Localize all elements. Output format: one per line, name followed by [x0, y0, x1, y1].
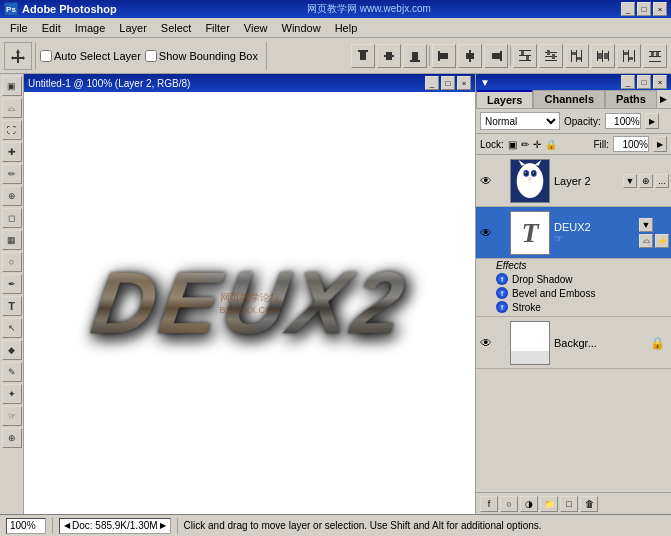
align-top-button[interactable] — [351, 44, 375, 68]
effect-drop-shadow-label: Drop Shadow — [512, 274, 573, 285]
opacity-input[interactable] — [605, 113, 641, 129]
tab-paths[interactable]: Paths — [605, 90, 657, 108]
textlayer-name: DEUX2 — [554, 221, 591, 233]
effect-bevel-emboss[interactable]: f Bevel and Emboss — [496, 286, 667, 300]
distribute-top-button[interactable] — [513, 44, 537, 68]
tool-gradient[interactable]: ▦ — [2, 230, 22, 250]
tool-heal[interactable]: ✚ — [2, 142, 22, 162]
align-vcenter-button[interactable] — [377, 44, 401, 68]
menu-file[interactable]: File — [4, 21, 34, 35]
textlayer-visibility-icon[interactable]: 👁 — [478, 225, 494, 241]
menu-view[interactable]: View — [238, 21, 274, 35]
layers-minimize-button[interactable]: _ — [621, 75, 635, 89]
tool-eraser[interactable]: ◻ — [2, 208, 22, 228]
layer2-more-button[interactable]: ⊕ — [639, 174, 653, 188]
distribute-right-button[interactable] — [617, 44, 641, 68]
align-bottom-icon — [408, 49, 422, 63]
menu-window[interactable]: Window — [276, 21, 327, 35]
distribute-vcenter-button[interactable] — [539, 44, 563, 68]
layer-mask-button[interactable]: ○ — [500, 496, 518, 512]
document-window: Untitled-1 @ 100% (Layer 2, RGB/8) _ □ ×… — [24, 74, 475, 514]
bglayer-visibility-icon[interactable]: 👁 — [478, 335, 494, 351]
lock-transparency-icon[interactable]: ▣ — [508, 139, 517, 150]
layer2-menu-button[interactable]: ▼ — [623, 174, 637, 188]
align-right-button[interactable] — [484, 44, 508, 68]
tool-crop[interactable]: ⛶ — [2, 120, 22, 140]
tool-select[interactable]: ▣ — [2, 76, 22, 96]
fill-arrow-button[interactable]: ▶ — [653, 136, 667, 152]
distribute-left-button[interactable] — [565, 44, 589, 68]
layers-panel-header: ▼ — [480, 77, 490, 88]
textlayer-warp-button[interactable]: ⌓ — [639, 234, 653, 248]
layer2-visibility-icon[interactable]: 👁 — [478, 173, 494, 189]
svg-rect-34 — [628, 50, 629, 62]
menu-help[interactable]: Help — [329, 21, 364, 35]
effect-stroke[interactable]: f Stroke — [496, 300, 667, 314]
align-bottom-button[interactable] — [403, 44, 427, 68]
lock-pixels-icon[interactable]: ✏ — [521, 139, 529, 150]
layer2-actions: ▼ ⊕ ... — [623, 174, 669, 188]
menu-select[interactable]: Select — [155, 21, 198, 35]
textlayer-cursor-area: DEUX2 — [554, 221, 637, 233]
layers-title-controls: _ □ × — [621, 75, 667, 89]
distribute-bottom-button[interactable] — [643, 44, 667, 68]
lock-all-icon[interactable]: 🔒 — [545, 139, 557, 150]
opacity-arrow-button[interactable]: ▶ — [645, 113, 659, 129]
distribute-hcenter-button[interactable] — [591, 44, 615, 68]
layer-delete-button[interactable]: 🗑 — [580, 496, 598, 512]
tool-notes[interactable]: ✎ — [2, 362, 22, 382]
doc-minimize-button[interactable]: _ — [425, 76, 439, 90]
layers-close-button[interactable]: × — [653, 75, 667, 89]
stroke-icon: f — [496, 301, 508, 313]
fill-label: Fill: — [593, 139, 609, 150]
tool-path-select[interactable]: ↖ — [2, 318, 22, 338]
tab-layers[interactable]: Layers — [476, 90, 533, 108]
layer-item-background[interactable]: 👁 Backgr... 🔒 — [476, 317, 671, 369]
auto-select-checkbox[interactable] — [40, 50, 52, 62]
tool-brush[interactable]: ✏ — [2, 164, 22, 184]
doc-restore-button[interactable]: □ — [441, 76, 455, 90]
svg-rect-15 — [519, 60, 531, 61]
layer-style-button[interactable]: f — [480, 496, 498, 512]
tool-dodge[interactable]: ○ — [2, 252, 22, 272]
app-close-button[interactable]: × — [653, 2, 667, 16]
tool-type[interactable]: T — [2, 296, 22, 316]
move-tool-button[interactable] — [4, 42, 32, 70]
doc-close-button[interactable]: × — [457, 76, 471, 90]
textlayer-lightning-button[interactable]: ⚡ — [655, 234, 669, 248]
tool-shape[interactable]: ◆ — [2, 340, 22, 360]
layers-menu-button[interactable]: ▶ — [657, 90, 671, 108]
tool-hand[interactable]: ☞ — [2, 406, 22, 426]
lock-position-icon[interactable]: ✛ — [533, 139, 541, 150]
menu-bar: File Edit Image Layer Select Filter View… — [0, 18, 671, 38]
menu-filter[interactable]: Filter — [199, 21, 235, 35]
show-bbox-checkbox[interactable] — [145, 50, 157, 62]
align-left-button[interactable] — [432, 44, 456, 68]
layer-item-layer2[interactable]: 👁 — [476, 155, 671, 207]
menu-layer[interactable]: Layer — [113, 21, 153, 35]
tab-channels[interactable]: Channels — [533, 90, 605, 108]
lock-row: Lock: ▣ ✏ ✛ 🔒 Fill: ▶ — [476, 134, 671, 155]
layer2-fx-button[interactable]: ... — [655, 174, 669, 188]
tool-pen[interactable]: ✒ — [2, 274, 22, 294]
layer-item-text[interactable]: 👁 T DEUX2 ☞ ▼ ⌓ ⚡ — [476, 207, 671, 259]
tool-eyedropper[interactable]: ✦ — [2, 384, 22, 404]
fill-input[interactable] — [613, 136, 649, 152]
svg-rect-30 — [608, 51, 609, 61]
layer-group-button[interactable]: 📁 — [540, 496, 558, 512]
svg-point-50 — [525, 171, 528, 175]
effect-drop-shadow[interactable]: f Drop Shadow — [496, 272, 667, 286]
app-minimize-button[interactable]: _ — [621, 2, 635, 16]
layer-new-button[interactable]: □ — [560, 496, 578, 512]
menu-image[interactable]: Image — [69, 21, 112, 35]
menu-edit[interactable]: Edit — [36, 21, 67, 35]
align-hcenter-button[interactable] — [458, 44, 482, 68]
layers-restore-button[interactable]: □ — [637, 75, 651, 89]
app-restore-button[interactable]: □ — [637, 2, 651, 16]
tool-lasso[interactable]: ⌓ — [2, 98, 22, 118]
tool-zoom[interactable]: ⊕ — [2, 428, 22, 448]
tool-clone[interactable]: ⊕ — [2, 186, 22, 206]
layer-adjustment-button[interactable]: ◑ — [520, 496, 538, 512]
textlayer-down-button[interactable]: ▼ — [639, 218, 653, 232]
blend-mode-select[interactable]: Normal — [480, 112, 560, 130]
